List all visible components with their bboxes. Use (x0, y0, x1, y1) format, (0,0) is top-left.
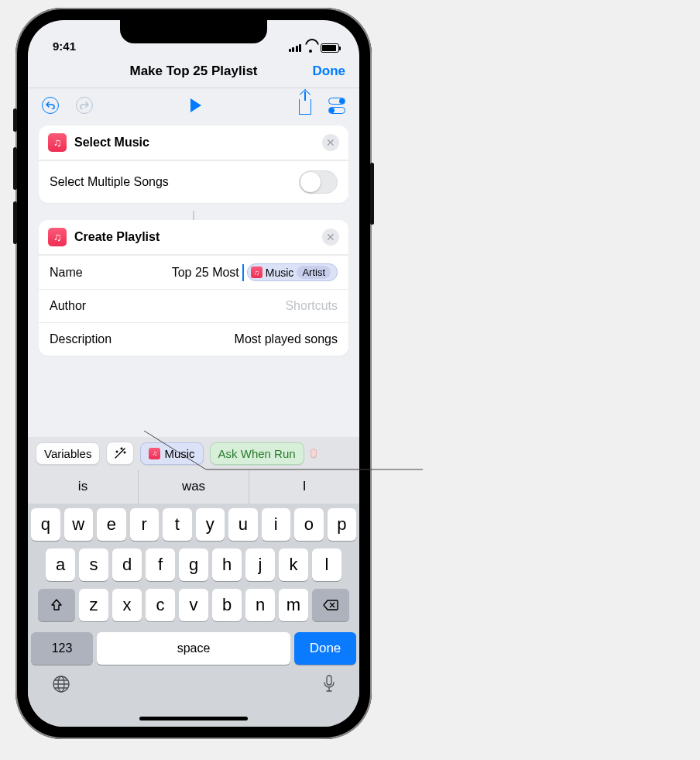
key-j[interactable]: j (245, 549, 275, 581)
phone-frame: 9:41 Make Top 25 Playlist Done (15, 8, 372, 739)
action-title: Create Playlist (74, 230, 322, 244)
screen: 9:41 Make Top 25 Playlist Done (28, 20, 359, 727)
status-time: 9:41 (53, 40, 76, 53)
dictation-key[interactable] (322, 674, 336, 699)
key-y[interactable]: y (196, 508, 225, 541)
key-k[interactable]: k (279, 549, 308, 581)
page-title: Make Top 25 Playlist (129, 64, 257, 79)
key-m[interactable]: m (279, 589, 308, 621)
key-d[interactable]: d (112, 549, 142, 581)
suggestion[interactable]: was (139, 469, 249, 504)
name-field[interactable]: Top 25 Most ♫ Music Artist (89, 263, 338, 281)
numbers-key[interactable]: 123 (31, 632, 93, 665)
keyboard: is was I q w e r t y u i o p a (28, 469, 359, 727)
wifi-icon (305, 44, 317, 53)
music-app-icon: ♫ (149, 448, 160, 459)
redo-button (76, 97, 93, 114)
key-w[interactable]: w (64, 508, 94, 541)
volume-up-button (13, 147, 17, 190)
key-z[interactable]: z (79, 589, 108, 621)
key-x[interactable]: x (112, 589, 142, 621)
key-row-2: a s d f g h j k l (31, 549, 356, 581)
key-a[interactable]: a (46, 549, 75, 581)
key-f[interactable]: f (146, 549, 175, 581)
mute-switch (13, 108, 17, 132)
key-r[interactable]: r (130, 508, 160, 541)
action-select-music: ♫ Select Music ✕ Select Multiple Songs (39, 126, 348, 203)
globe-key[interactable] (51, 674, 71, 699)
key-b[interactable]: b (212, 589, 242, 621)
name-label: Name (50, 266, 83, 280)
shortcut-editor: ♫ Select Music ✕ Select Multiple Songs ♫… (28, 122, 359, 437)
select-multiple-label: Select Multiple Songs (50, 175, 169, 189)
key-v[interactable]: v (179, 589, 208, 621)
key-row-1: q w e r t y u i o p (31, 508, 356, 541)
key-row-3: z x c v b n m (31, 589, 356, 621)
token-label: Music (266, 267, 294, 279)
svg-rect-2 (327, 676, 331, 685)
variables-button[interactable]: Variables (36, 442, 100, 465)
music-app-icon: ♫ (48, 228, 67, 246)
key-n[interactable]: n (245, 589, 275, 621)
action-connector (193, 211, 194, 220)
clipboard-chip-partial[interactable] (311, 449, 317, 458)
variable-bar: Variables ♫ Music Ask When Run (28, 437, 359, 469)
done-button[interactable]: Done (313, 64, 346, 79)
cellular-icon (289, 44, 302, 52)
key-q[interactable]: q (31, 508, 60, 541)
battery-icon (321, 43, 339, 53)
action-title: Select Music (74, 136, 322, 150)
suggestion-row: is was I (28, 469, 359, 504)
settings-button[interactable] (328, 98, 345, 114)
author-field[interactable]: Shortcuts (285, 299, 338, 313)
key-g[interactable]: g (179, 549, 208, 581)
volume-down-button (13, 201, 17, 244)
share-button[interactable] (299, 99, 311, 115)
status-bar: 9:41 (28, 20, 359, 54)
keyboard-done-key[interactable]: Done (294, 632, 356, 665)
music-app-icon: ♫ (251, 267, 262, 278)
suggestion[interactable]: I (249, 469, 359, 504)
author-label: Author (50, 299, 86, 313)
home-indicator[interactable] (139, 717, 248, 720)
status-right (289, 43, 340, 53)
key-p[interactable]: p (328, 508, 357, 541)
action-create-playlist: ♫ Create Playlist ✕ Name Top 25 Most ♫ M… (39, 220, 348, 356)
music-variable-token[interactable]: ♫ Music Artist (247, 263, 338, 281)
key-e[interactable]: e (97, 508, 126, 541)
remove-action-button[interactable]: ✕ (322, 229, 339, 246)
description-field[interactable]: Most played songs (235, 332, 338, 346)
ask-when-run-chip[interactable]: Ask When Run (210, 442, 304, 465)
key-i[interactable]: i (262, 508, 291, 541)
key-u[interactable]: u (228, 508, 258, 541)
key-t[interactable]: t (163, 508, 192, 541)
chip-label: Music (164, 447, 194, 460)
nav-bar: Make Top 25 Playlist Done (28, 54, 359, 88)
shift-key[interactable] (38, 589, 75, 621)
music-variable-chip[interactable]: ♫ Music (140, 442, 203, 465)
backspace-key[interactable] (312, 589, 349, 621)
key-c[interactable]: c (146, 589, 175, 621)
undo-button[interactable] (42, 97, 59, 114)
key-o[interactable]: o (294, 508, 324, 541)
side-button (370, 163, 374, 225)
key-l[interactable]: l (312, 549, 341, 581)
action-header[interactable]: ♫ Select Music ✕ (39, 126, 348, 160)
description-label: Description (50, 332, 112, 346)
select-multiple-toggle[interactable] (299, 170, 338, 194)
token-property[interactable]: Artist (297, 266, 331, 279)
remove-action-button[interactable]: ✕ (322, 134, 339, 151)
action-header[interactable]: ♫ Create Playlist ✕ (39, 220, 348, 255)
play-button[interactable] (190, 98, 201, 112)
suggestion[interactable]: is (28, 469, 139, 504)
key-s[interactable]: s (79, 549, 108, 581)
key-h[interactable]: h (212, 549, 242, 581)
key-row-4: 123 space Done (28, 632, 359, 671)
toolbar (28, 88, 359, 122)
text-caret (242, 264, 244, 281)
name-text: Top 25 Most (172, 266, 239, 280)
magic-variable-button[interactable] (106, 442, 134, 465)
music-app-icon: ♫ (48, 133, 67, 152)
space-key[interactable]: space (97, 632, 290, 665)
